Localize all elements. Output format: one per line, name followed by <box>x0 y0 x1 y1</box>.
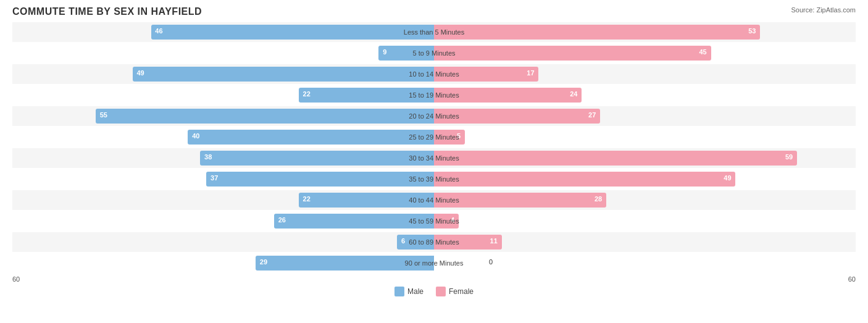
female-value: 28 <box>595 195 602 203</box>
female-value: 11 <box>490 237 498 245</box>
female-value: 49 <box>724 174 731 182</box>
male-value: 29 <box>260 258 432 266</box>
bar-row: 60 to 89 Minutes611 <box>12 232 856 252</box>
female-bar <box>434 67 538 82</box>
male-value: 6 <box>401 237 432 245</box>
legend-male: Male <box>394 287 424 296</box>
bar-row: 25 to 29 Minutes405 <box>12 127 856 147</box>
male-value: 55 <box>100 111 432 119</box>
female-value: 53 <box>748 27 756 35</box>
chart-title: COMMUTE TIME BY SEX IN HAYFIELD <box>12 6 856 17</box>
female-value: 24 <box>570 90 577 98</box>
bar-row: Less than 5 Minutes4653 <box>12 22 856 42</box>
bar-row: 10 to 14 Minutes4917 <box>12 64 856 84</box>
male-value: 26 <box>278 216 432 224</box>
female-bar <box>434 109 600 124</box>
female-bar <box>434 193 606 208</box>
bar-row: 35 to 39 Minutes3749 <box>12 169 856 189</box>
male-value: 49 <box>136 69 432 77</box>
male-value: 22 <box>303 195 432 203</box>
bars-area: Less than 5 Minutes46535 to 9 Minutes945… <box>12 22 856 273</box>
legend: Male Female <box>12 287 856 296</box>
bar-row: 40 to 44 Minutes2228 <box>12 190 856 210</box>
female-swatch <box>436 287 446 296</box>
source-text: Source: ZipAtlas.com <box>791 6 856 14</box>
female-value: 0 <box>489 258 493 266</box>
male-value: 46 <box>155 27 432 35</box>
female-value: 45 <box>699 48 706 56</box>
male-value: 38 <box>204 153 432 161</box>
bar-row: 90 or more Minutes290 <box>12 253 856 273</box>
female-bar <box>434 88 582 103</box>
male-label: Male <box>407 287 424 296</box>
female-bar <box>434 25 760 40</box>
bar-row: 15 to 19 Minutes2224 <box>12 85 856 105</box>
bar-row: 45 to 59 Minutes264 <box>12 211 856 231</box>
male-value: 22 <box>303 90 432 98</box>
female-value: 17 <box>527 69 534 77</box>
bar-row: 5 to 9 Minutes945 <box>12 43 856 63</box>
axis-labels: 60 60 <box>12 275 856 283</box>
bar-row: 30 to 34 Minutes3859 <box>12 148 856 168</box>
bar-row: 20 to 24 Minutes5527 <box>12 106 856 126</box>
chart-container: COMMUTE TIME BY SEX IN HAYFIELD Source: … <box>0 0 868 323</box>
legend-female: Female <box>436 287 474 296</box>
female-bar <box>434 46 711 61</box>
axis-left-label: 60 <box>12 275 20 283</box>
female-value: 27 <box>588 111 596 119</box>
female-value: 59 <box>785 153 793 161</box>
female-label: Female <box>449 287 474 296</box>
female-value: 5 <box>457 132 461 140</box>
male-swatch <box>394 287 404 296</box>
female-bar <box>434 172 735 187</box>
male-value: 40 <box>192 132 432 140</box>
axis-right-label: 60 <box>848 275 856 283</box>
female-bar <box>434 151 797 166</box>
male-value: 37 <box>211 174 432 182</box>
female-bar <box>434 214 459 229</box>
female-value: 4 <box>451 216 454 224</box>
male-value: 9 <box>383 48 432 56</box>
